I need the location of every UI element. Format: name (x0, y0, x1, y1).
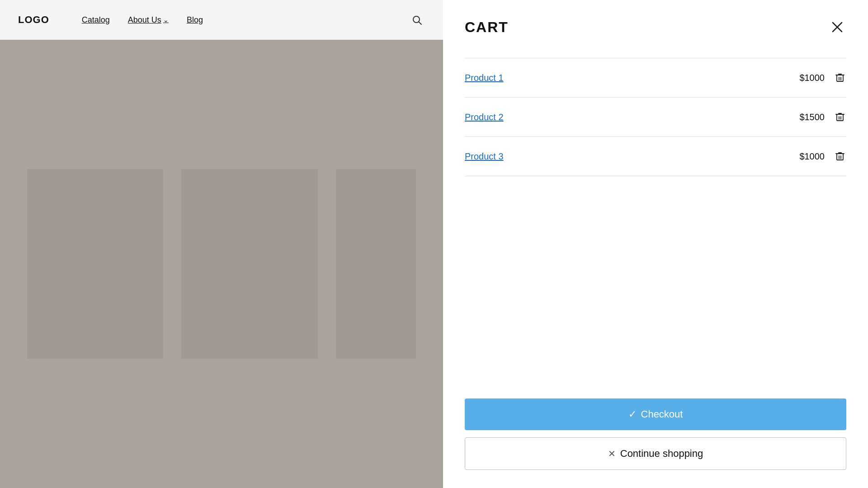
cart-item-3-delete-button[interactable] (834, 150, 846, 163)
product-grid (0, 40, 443, 488)
nav-link-blog[interactable]: Blog (187, 15, 203, 25)
cart-item-2-price: $1500 (793, 112, 825, 122)
navbar: LOGO Catalog About Us ⌄ Blog (0, 0, 443, 40)
cart-item-3-name[interactable]: Product 3 (465, 151, 504, 162)
cart-item-1-name[interactable]: Product 1 (465, 73, 504, 83)
cart-item-2: Product 2 $1500 (465, 98, 846, 137)
checkout-label: Checkout (641, 408, 683, 420)
svg-rect-10 (837, 154, 843, 160)
cart-item-1-right: $1000 (793, 71, 846, 84)
product-card-3-partial[interactable] (336, 169, 416, 359)
product-card-2[interactable] (181, 169, 317, 359)
logo: LOGO (18, 14, 49, 26)
nav-links: Catalog About Us ⌄ Blog (82, 15, 387, 25)
cart-item-3: Product 3 $1000 (465, 137, 846, 176)
cart-item-2-right: $1500 (793, 110, 846, 124)
product-card-1[interactable] (27, 169, 163, 359)
cart-item-3-price: $1000 (793, 151, 825, 162)
cart-item-3-right: $1000 (793, 150, 846, 163)
cart-item-2-name[interactable]: Product 2 (465, 112, 504, 122)
cart-item-1-price: $1000 (793, 73, 825, 83)
search-icon[interactable] (409, 12, 425, 28)
cart-item-2-delete-button[interactable] (834, 110, 846, 124)
cart-panel: CART Product 1 $1000 (443, 0, 868, 488)
chevron-down-icon: ⌄ (163, 16, 169, 23)
checkout-check-icon: ✓ (628, 408, 637, 420)
cart-items: Product 1 $1000 Product 2 $1500 (465, 58, 846, 388)
continue-shopping-label: Continue shopping (620, 448, 703, 460)
cart-item-1-delete-button[interactable] (834, 71, 846, 84)
nav-link-about-us[interactable]: About Us ⌄ (128, 15, 169, 25)
svg-line-1 (419, 22, 422, 25)
cart-footer: ✓ Checkout ✕ Continue shopping (465, 388, 846, 470)
continue-shopping-button[interactable]: ✕ Continue shopping (465, 437, 846, 470)
nav-link-catalog[interactable]: Catalog (82, 15, 110, 25)
cart-item-1: Product 1 $1000 (465, 58, 846, 98)
continue-close-icon: ✕ (608, 448, 616, 459)
svg-rect-4 (837, 75, 843, 81)
checkout-button[interactable]: ✓ Checkout (465, 399, 846, 430)
svg-rect-7 (837, 114, 843, 121)
cart-header: CART (465, 18, 846, 36)
cart-close-button[interactable] (828, 18, 846, 36)
cart-title: CART (465, 19, 509, 36)
